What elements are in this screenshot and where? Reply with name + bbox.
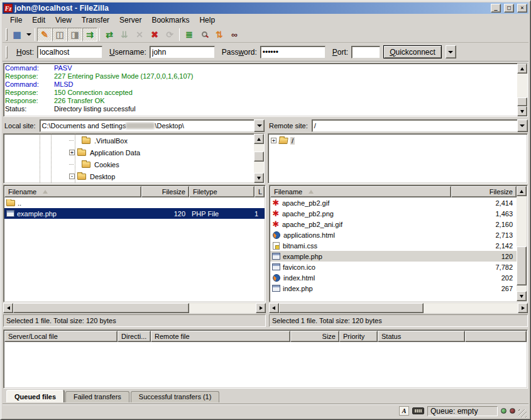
- tree-expander-plus[interactable]: +: [271, 138, 276, 143]
- toggle-queue-button[interactable]: ⇉: [82, 28, 97, 41]
- menu-help[interactable]: Help: [194, 14, 220, 26]
- scroll-right-button[interactable]: [518, 303, 528, 313]
- scroll-track[interactable]: [517, 285, 527, 291]
- log-vertical-scrollbar[interactable]: [517, 64, 527, 116]
- scroll-left-button[interactable]: [269, 303, 279, 313]
- scroll-track[interactable]: [517, 74, 527, 97]
- synchronized-browsing-button[interactable]: ⇅: [212, 28, 227, 41]
- title-bar[interactable]: Fz john@localhost - FileZilla _ □ ✕: [3, 3, 528, 14]
- tree-item-root[interactable]: + /: [268, 135, 527, 146]
- menu-bookmarks[interactable]: Bookmarks: [146, 14, 194, 26]
- scroll-right-button[interactable]: [256, 303, 266, 313]
- close-button[interactable]: ✕: [517, 4, 527, 13]
- column-header-priority[interactable]: Priority: [339, 331, 378, 342]
- column-header-remote-file[interactable]: Remote file: [151, 331, 290, 342]
- quickconnect-dropdown-button[interactable]: [446, 45, 456, 58]
- column-header-filesize[interactable]: Filesize: [451, 186, 517, 197]
- directory-filters-button[interactable]: ≣: [182, 28, 197, 41]
- file-row[interactable]: ✱apache_pb2.gif 2,414: [270, 197, 517, 208]
- scroll-left-button[interactable]: [3, 303, 13, 313]
- toggle-remote-tree-button[interactable]: ◨: [67, 28, 82, 41]
- local-path-combobox[interactable]: C:\Documents and Settings\Desktop\: [40, 119, 265, 132]
- file-row[interactable]: bitnami.css 2,142: [270, 240, 517, 251]
- local-path-dropdown-button[interactable]: [254, 119, 265, 132]
- maximize-button[interactable]: □: [504, 4, 514, 13]
- resize-grip[interactable]: [518, 409, 527, 417]
- disconnect-button[interactable]: ✖: [147, 28, 162, 41]
- column-header-filename[interactable]: Filename: [4, 186, 141, 197]
- file-row[interactable]: applications.html 2,713: [270, 229, 517, 240]
- quickconnect-button[interactable]: Quickconnect: [383, 45, 442, 58]
- tree-item-desktop[interactable]: - Desktop: [4, 170, 254, 182]
- file-row[interactable]: index.php 267: [270, 283, 517, 294]
- local-tree-content[interactable]: .VirtualBox + Application Data Cookies: [4, 134, 254, 183]
- find-files-button[interactable]: ∞: [227, 28, 242, 41]
- queue-body[interactable]: [4, 342, 527, 387]
- scroll-up-button[interactable]: [254, 134, 264, 144]
- scroll-thumb[interactable]: [517, 246, 527, 285]
- host-input[interactable]: [37, 46, 102, 58]
- tree-item-cookies[interactable]: Cookies: [4, 158, 254, 170]
- menu-server[interactable]: Server: [114, 14, 146, 26]
- password-input[interactable]: [260, 46, 326, 58]
- remote-path-dropdown-button[interactable]: [517, 119, 528, 132]
- file-row-parent-dir[interactable]: ..: [4, 197, 265, 208]
- refresh-button[interactable]: ⇄: [102, 28, 117, 41]
- scroll-thumb[interactable]: [517, 97, 527, 106]
- column-header-server-local-file[interactable]: Server/Local file: [4, 331, 118, 342]
- column-header-lastmodified[interactable]: L: [255, 186, 265, 197]
- remote-path-value[interactable]: /: [312, 119, 517, 132]
- local-tree-scrollbar[interactable]: [254, 134, 264, 183]
- column-header-direction[interactable]: Directi...: [118, 331, 151, 342]
- site-manager-dropdown-button[interactable]: [25, 28, 33, 41]
- cancel-button[interactable]: ✕: [132, 28, 147, 41]
- toggle-message-log-button[interactable]: ✎: [37, 28, 52, 41]
- file-row[interactable]: ✱apache_pb2.png 1,463: [270, 208, 517, 219]
- quickconnect-grip[interactable]: [6, 46, 8, 58]
- scroll-down-button[interactable]: [517, 106, 527, 116]
- column-header-status[interactable]: Status: [378, 331, 465, 342]
- local-path-value[interactable]: C:\Documents and Settings\Desktop\: [40, 119, 254, 132]
- column-header-filesize[interactable]: Filesize: [141, 186, 189, 197]
- tab-failed-transfers[interactable]: Failed transfers: [65, 391, 129, 402]
- speed-limits-icon[interactable]: [412, 407, 424, 414]
- filezilla-logo-icon[interactable]: Fz: [4, 4, 13, 13]
- file-row-selected[interactable]: example.php 120: [270, 251, 517, 262]
- scroll-up-button[interactable]: [517, 186, 527, 196]
- port-input[interactable]: [351, 46, 380, 58]
- scroll-track[interactable]: [254, 162, 264, 173]
- compare-directories-button[interactable]: [197, 28, 212, 41]
- tree-expander-plus[interactable]: +: [69, 150, 75, 155]
- remote-path-combobox[interactable]: /: [312, 119, 528, 132]
- menu-file[interactable]: File: [5, 14, 27, 26]
- site-manager-button[interactable]: ▦: [9, 28, 25, 41]
- toggle-local-tree-button[interactable]: ◫: [52, 28, 67, 41]
- scroll-thumb[interactable]: [254, 152, 264, 162]
- local-horizontal-scrollbar[interactable]: [3, 303, 266, 313]
- reconnect-button[interactable]: ⟳: [162, 28, 177, 41]
- process-queue-button[interactable]: ⇊: [117, 28, 132, 41]
- local-file-rows[interactable]: .. example.php 120 PHP File 1: [4, 197, 265, 301]
- message-log-body[interactable]: Command:PASV Response:227 Entering Passi…: [4, 64, 517, 116]
- menu-transfer[interactable]: Transfer: [77, 14, 114, 26]
- scroll-thumb[interactable]: [279, 303, 424, 313]
- file-row[interactable]: index.html 202: [270, 272, 517, 283]
- scroll-up-button[interactable]: [517, 64, 527, 74]
- column-header-filename[interactable]: Filename: [270, 186, 451, 197]
- file-row[interactable]: ✱apache_pb2_ani.gif 2,160: [270, 219, 517, 229]
- scroll-track[interactable]: [424, 303, 518, 313]
- menu-view[interactable]: View: [50, 14, 77, 26]
- scroll-thumb[interactable]: [13, 303, 189, 313]
- scroll-down-button[interactable]: [517, 291, 527, 301]
- tab-queued-files[interactable]: Queued files: [6, 390, 64, 402]
- menu-edit[interactable]: Edit: [27, 14, 50, 26]
- scroll-down-button[interactable]: [254, 173, 264, 183]
- toolbar-grip[interactable]: [6, 28, 8, 41]
- tree-item-application-data[interactable]: + Application Data: [4, 146, 254, 158]
- file-row[interactable]: favicon.ico 7,782: [270, 262, 517, 272]
- tree-item-virtualbox[interactable]: .VirtualBox: [4, 135, 254, 146]
- column-header-size[interactable]: Size: [290, 331, 339, 342]
- scroll-track[interactable]: [189, 303, 256, 313]
- remote-vertical-scrollbar[interactable]: [517, 186, 527, 301]
- remote-tree-content[interactable]: + /: [268, 134, 527, 183]
